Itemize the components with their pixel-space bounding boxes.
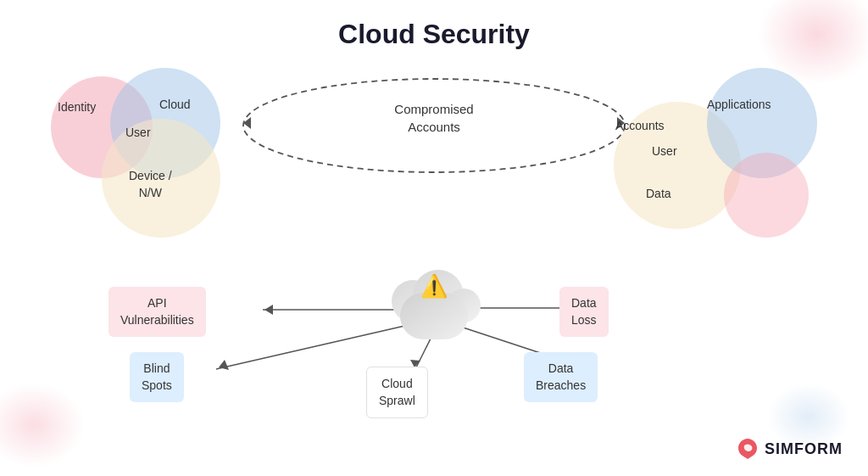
- box-cloud-sprawl: CloudSprawl: [366, 367, 428, 418]
- svg-line-7: [415, 335, 432, 369]
- page-title: Cloud Security: [338, 19, 530, 50]
- simform-icon: [736, 437, 760, 461]
- simform-logo: SIMFORM: [736, 437, 843, 461]
- left-cluster-labels: Identity User Cloud Device /N/W: [51, 68, 271, 255]
- right-cluster-labels: Accounts Applications User Data: [597, 68, 817, 255]
- box-api-vulnerabilities: APIVulnerabilities: [108, 287, 206, 337]
- label-data: Data: [646, 187, 671, 200]
- box-blind-spots: BlindSpots: [130, 352, 184, 402]
- box-data-breaches: DataBreaches: [524, 352, 598, 402]
- label-accounts: Accounts: [615, 119, 665, 132]
- simform-text: SIMFORM: [765, 440, 843, 458]
- label-applications: Applications: [707, 98, 771, 111]
- label-identity: Identity: [58, 100, 96, 114]
- label-user-right: User: [652, 144, 677, 158]
- svg-marker-6: [219, 360, 229, 370]
- label-cloud-left: Cloud: [159, 98, 191, 111]
- cloud-body: [400, 293, 468, 339]
- label-user-left: User: [125, 126, 151, 139]
- box-data-loss: DataLoss: [559, 287, 609, 337]
- label-device: Device /N/W: [129, 168, 172, 201]
- svg-marker-4: [264, 305, 273, 315]
- compromised-accounts-label: CompromisedAccounts: [394, 100, 473, 136]
- bg-decoration-bl: [0, 383, 85, 468]
- warning-icon: ⚠️: [420, 273, 448, 300]
